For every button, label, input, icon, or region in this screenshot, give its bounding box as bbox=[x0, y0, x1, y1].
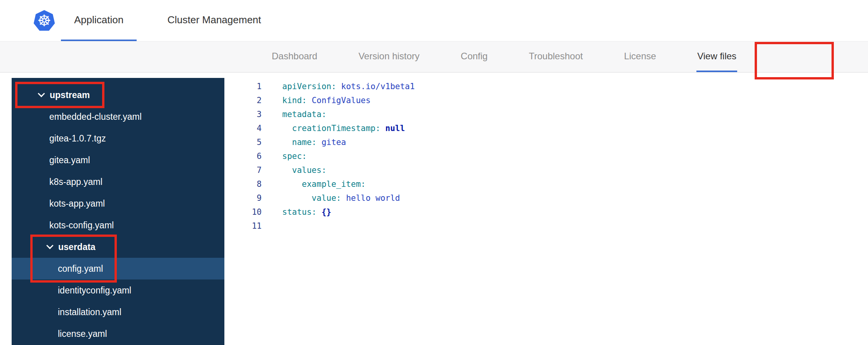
tree-file-kots-app.yaml[interactable]: kots-app.yaml bbox=[12, 193, 224, 214]
line-number: 5 bbox=[224, 135, 262, 149]
header-tabs: Application Cluster Management bbox=[61, 0, 292, 41]
code-text: creationTimestamp: null bbox=[282, 121, 405, 135]
tree-item-label: license.yaml bbox=[58, 329, 107, 339]
line-number: 11 bbox=[224, 219, 262, 233]
line-number: 6 bbox=[224, 149, 262, 163]
tree-folder-upstream[interactable]: upstream bbox=[12, 84, 224, 106]
tree-item-label: userdata bbox=[58, 242, 95, 252]
subnav-item-troubleshoot[interactable]: Troubleshoot bbox=[528, 41, 583, 72]
tree-file-gitea.yaml[interactable]: gitea.yaml bbox=[12, 149, 224, 171]
code-line: 10status: {} bbox=[224, 205, 868, 219]
tree-item-label: kots-app.yaml bbox=[49, 198, 105, 209]
code-line: 1apiVersion: kots.io/v1beta1 bbox=[224, 79, 868, 93]
subnav-item-config[interactable]: Config bbox=[460, 41, 488, 72]
code-line: 7 values: bbox=[224, 163, 868, 177]
code-line: 2kind: ConfigValues bbox=[224, 93, 868, 107]
app-header: ☸ Application Cluster Management bbox=[0, 0, 868, 41]
file-tree: upstreamembedded-cluster.yamlgitea-1.0.7… bbox=[12, 78, 224, 345]
tree-file-installation.yaml[interactable]: installation.yaml bbox=[12, 301, 224, 323]
app-subnav: DashboardVersion historyConfigTroublesho… bbox=[0, 41, 868, 72]
code-text: name: gitea bbox=[282, 135, 346, 149]
code-editor[interactable]: 1apiVersion: kots.io/v1beta12kind: Confi… bbox=[224, 73, 868, 345]
line-number: 9 bbox=[224, 191, 262, 205]
tree-file-gitea-1.0.7.tgz[interactable]: gitea-1.0.7.tgz bbox=[12, 128, 224, 149]
tree-item-label: installation.yaml bbox=[58, 307, 122, 317]
helm-wheel-icon: ☸ bbox=[37, 13, 51, 28]
tree-item-label: identityconfig.yaml bbox=[58, 285, 131, 296]
tree-item-label: upstream bbox=[50, 90, 90, 100]
code-line: 11 bbox=[224, 219, 868, 233]
tree-item-label: embedded-cluster.yaml bbox=[49, 112, 142, 122]
tree-item-label: kots-config.yaml bbox=[49, 220, 114, 231]
tree-file-k8s-app.yaml[interactable]: k8s-app.yaml bbox=[12, 171, 224, 193]
tree-item-label: gitea.yaml bbox=[49, 155, 90, 166]
code-text: values: bbox=[282, 163, 326, 177]
line-number: 8 bbox=[224, 177, 262, 191]
tree-file-config.yaml[interactable]: config.yaml bbox=[12, 258, 224, 279]
line-number: 7 bbox=[224, 163, 262, 177]
code-line: 8 example_item: bbox=[224, 177, 868, 191]
tab-application[interactable]: Application bbox=[61, 0, 137, 41]
kubernetes-logo-icon: ☸ bbox=[33, 10, 55, 32]
code-text: spec: bbox=[282, 149, 307, 163]
line-number: 2 bbox=[224, 93, 262, 107]
line-number: 4 bbox=[224, 121, 262, 135]
line-number: 1 bbox=[224, 79, 262, 93]
code-text: value: hello world bbox=[282, 191, 400, 205]
code-text: metadata: bbox=[282, 107, 326, 121]
code-line: 4 creationTimestamp: null bbox=[224, 121, 868, 135]
line-number: 3 bbox=[224, 107, 262, 121]
code-text: status: {} bbox=[282, 205, 331, 219]
tab-cluster-management[interactable]: Cluster Management bbox=[154, 0, 274, 41]
code-line: 6spec: bbox=[224, 149, 868, 163]
subnav-item-license[interactable]: License bbox=[623, 41, 657, 72]
code-line: 3metadata: bbox=[224, 107, 868, 121]
tree-item-label: gitea-1.0.7.tgz bbox=[49, 133, 106, 144]
code-text: kind: ConfigValues bbox=[282, 93, 371, 107]
chevron-down-icon bbox=[46, 242, 53, 249]
tree-file-identityconfig.yaml[interactable]: identityconfig.yaml bbox=[12, 279, 224, 301]
subnav-item-view-files[interactable]: View files bbox=[696, 41, 737, 72]
code-line: 5 name: gitea bbox=[224, 135, 868, 149]
subnav-item-dashboard[interactable]: Dashboard bbox=[271, 41, 318, 72]
subnav-item-version-history[interactable]: Version history bbox=[358, 41, 420, 72]
tree-file-license.yaml[interactable]: license.yaml bbox=[12, 323, 224, 345]
code-text: apiVersion: kots.io/v1beta1 bbox=[282, 79, 415, 93]
code-lines: 1apiVersion: kots.io/v1beta12kind: Confi… bbox=[224, 79, 868, 233]
code-line: 9 value: hello world bbox=[224, 191, 868, 205]
tree-file-kots-config.yaml[interactable]: kots-config.yaml bbox=[12, 214, 224, 236]
tree-item-label: k8s-app.yaml bbox=[49, 177, 102, 187]
subnav-items: DashboardVersion historyConfigTroublesho… bbox=[271, 41, 737, 72]
line-number: 10 bbox=[224, 205, 262, 219]
chevron-down-icon bbox=[38, 90, 45, 97]
tree-item-label: config.yaml bbox=[58, 264, 103, 274]
tree-file-embedded-cluster.yaml[interactable]: embedded-cluster.yaml bbox=[12, 106, 224, 128]
code-text: example_item: bbox=[282, 177, 366, 191]
tree-folder-userdata[interactable]: userdata bbox=[12, 236, 224, 258]
